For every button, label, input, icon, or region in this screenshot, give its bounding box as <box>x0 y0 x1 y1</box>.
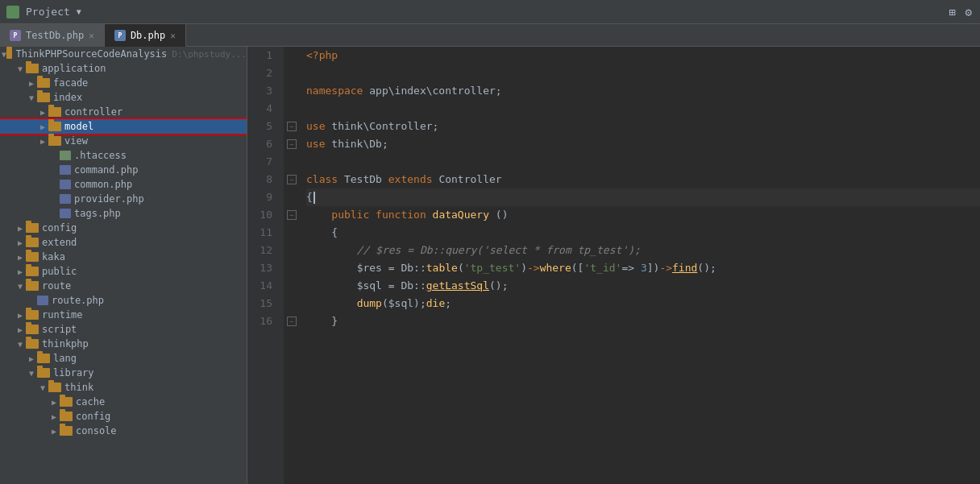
tree-label-thinkphp: thinkphp <box>42 338 89 350</box>
tab-label-db: Db.php <box>131 30 165 41</box>
tree-item-script[interactable]: ▶ script <box>0 322 247 337</box>
tree-label-htaccess: .htaccess <box>74 150 127 161</box>
folder-icon-root <box>6 49 12 59</box>
code-line-12: // $res = Db::query('select * from tp_te… <box>306 242 980 259</box>
tree-item-kaka[interactable]: ▶ kaka <box>0 250 247 264</box>
tree-arrow-cache[interactable]: ▶ <box>48 398 60 407</box>
tree-item-command[interactable]: command.php <box>0 163 247 177</box>
fold-box-8[interactable]: − <box>287 175 297 184</box>
tree-item-provider[interactable]: provider.php <box>0 192 247 206</box>
tree-arrow-think[interactable]: ▼ <box>37 383 48 392</box>
tree-item-runtime[interactable]: ▶ runtime <box>0 308 247 322</box>
token-extends-kw: extends <box>388 171 439 188</box>
tree-item-htaccess[interactable]: .htaccess <box>0 148 247 163</box>
tree-arrow-facade[interactable]: ▶ <box>26 79 37 88</box>
tree-item-controller[interactable]: ▶ controller <box>0 105 247 119</box>
tree-item-config[interactable]: ▶ config <box>0 221 247 235</box>
folder-icon-thinkphp <box>26 339 39 349</box>
fold-box-5[interactable]: − <box>287 122 297 131</box>
token-think1: think\Controller; <box>331 118 438 135</box>
tree-item-think[interactable]: ▼ think <box>0 380 247 395</box>
tree-item-model[interactable]: ▶ model <box>0 119 247 134</box>
tree-arrow-application[interactable]: ▼ <box>15 64 26 73</box>
tab-close-db[interactable]: ✕ <box>170 31 176 41</box>
fold-4 <box>284 100 300 118</box>
token-getlastsql-parens: (); <box>489 277 508 295</box>
tree-arrow-config[interactable]: ▶ <box>15 224 26 233</box>
tree-arrow-extend[interactable]: ▶ <box>15 238 26 247</box>
fold-box-10[interactable]: − <box>287 210 297 220</box>
layout-icon[interactable]: ⊞ <box>947 4 957 20</box>
cursor <box>314 192 315 204</box>
tree-item-routephp[interactable]: route.php <box>0 293 247 308</box>
ln-16: 16 <box>247 312 277 330</box>
tree-arrow-public[interactable]: ▶ <box>15 267 26 276</box>
tree-arrow-library[interactable]: ▼ <box>26 369 37 378</box>
tree-item-facade[interactable]: ▶ facade <box>0 76 247 90</box>
token-where-open: ([ <box>571 259 584 277</box>
tree-item-common[interactable]: common.php <box>0 177 247 192</box>
token-use2: use <box>306 135 331 153</box>
tree-item-public[interactable]: ▶ public <box>0 264 247 279</box>
tree-arrow-route[interactable]: ▼ <box>15 282 26 291</box>
fold-5[interactable]: − <box>284 118 300 135</box>
tree-label-extend: extend <box>42 237 77 248</box>
tree-item-index[interactable]: ▼ index <box>0 90 247 105</box>
tree-arrow-view[interactable]: ▶ <box>37 137 48 146</box>
tree-arrow-lang[interactable]: ▶ <box>26 354 37 363</box>
token-paren1: ( <box>458 259 464 277</box>
folder-icon-runtime <box>26 310 39 320</box>
tree-item-tags[interactable]: tags.php <box>0 206 247 221</box>
tree-arrow-script[interactable]: ▶ <box>15 325 26 334</box>
tab-label-testdb: TestDb.php <box>26 30 84 41</box>
folder-icon-route <box>26 281 39 291</box>
fold-8[interactable]: − <box>284 171 300 188</box>
folder-icon-index <box>37 93 50 102</box>
token-tid-key: 't_id' <box>583 259 621 277</box>
fold-16[interactable]: − <box>284 312 300 330</box>
tab-testdb[interactable]: P TestDb.php ✕ <box>0 24 105 47</box>
fold-10[interactable]: − <box>284 206 300 224</box>
fold-6[interactable]: − <box>284 135 300 153</box>
token-phptag: <?php <box>306 47 338 64</box>
tree-label-index: index <box>53 92 82 103</box>
tree-label-kaka: kaka <box>42 251 65 263</box>
code-line-14: $sql = Db :: getLastSql (); <box>306 277 980 295</box>
tree-item-thinkphp[interactable]: ▼ thinkphp <box>0 337 247 351</box>
tree-item-extend[interactable]: ▶ extend <box>0 235 247 250</box>
token-comment: // $res = Db::query('select * from tp_te… <box>306 242 641 259</box>
fold-3 <box>284 82 300 100</box>
token-where-method: where <box>540 259 571 277</box>
folder-icon-console <box>60 426 73 436</box>
dropdown-arrow[interactable]: ▼ <box>77 7 81 16</box>
tab-db[interactable]: P Db.php ✕ <box>105 24 186 47</box>
settings-icon[interactable]: ⚙ <box>964 4 974 20</box>
tree-arrow-thinkphp[interactable]: ▼ <box>15 340 26 349</box>
tree-item-config2[interactable]: ▶ config <box>0 409 247 424</box>
tab-close-testdb[interactable]: ✕ <box>89 31 94 41</box>
fold-15 <box>284 295 300 312</box>
code-lines[interactable]: <?php namespace app\index\controller; us… <box>300 47 980 484</box>
tree-arrow-controller[interactable]: ▶ <box>37 108 48 117</box>
tree-item-cache[interactable]: ▶ cache <box>0 395 247 409</box>
tree-item-application[interactable]: ▼ application <box>0 61 247 76</box>
fold-box-6[interactable]: − <box>287 139 297 149</box>
tree-arrow-config2[interactable]: ▶ <box>48 412 60 421</box>
tree-arrow-runtime[interactable]: ▶ <box>15 311 26 320</box>
tree-arrow-kaka[interactable]: ▶ <box>15 253 26 262</box>
tree-arrow-console[interactable]: ▶ <box>48 427 60 436</box>
tree-item-root[interactable]: ▼ ThinkPHPSourceCodeAnalysis D:\phpstudy… <box>0 47 247 61</box>
tree-item-console[interactable]: ▶ console <box>0 424 247 438</box>
tree-label-common: common.php <box>74 179 132 190</box>
tree-item-lang[interactable]: ▶ lang <box>0 351 247 366</box>
tree-arrow-index[interactable]: ▼ <box>26 93 37 102</box>
fold-box-16[interactable]: − <box>287 316 297 326</box>
token-open-brace-1: { <box>306 188 313 206</box>
tree-arrow-model[interactable]: ▶ <box>37 122 48 131</box>
ln-9: 9 <box>247 188 277 206</box>
tree-item-route[interactable]: ▼ route <box>0 279 247 293</box>
code-editor[interactable]: 1 2 3 4 5 6 7 8 9 10 11 12 13 14 15 16 <box>247 47 980 484</box>
token-parens: () <box>496 206 509 224</box>
tree-item-view[interactable]: ▶ view <box>0 134 247 148</box>
tree-item-library[interactable]: ▼ library <box>0 366 247 380</box>
